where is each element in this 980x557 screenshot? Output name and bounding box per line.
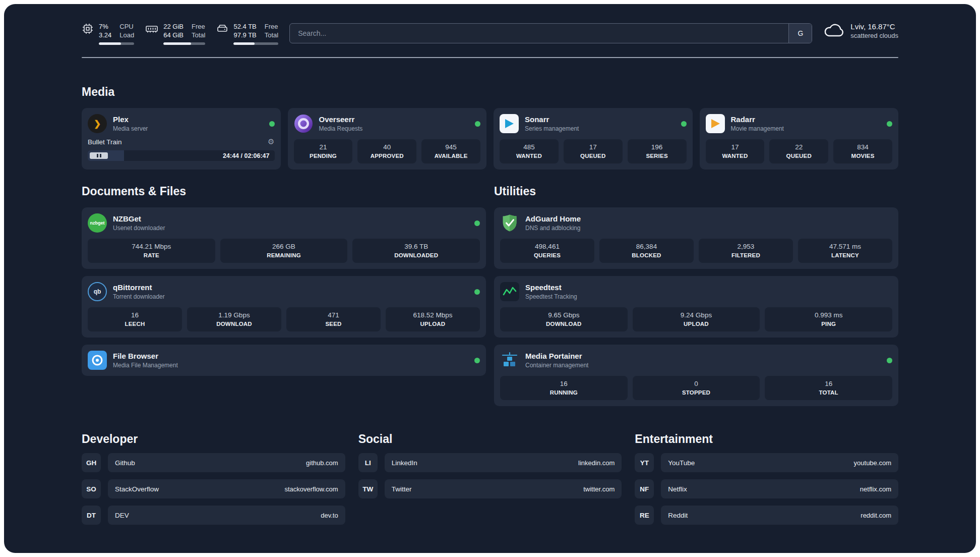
youtube-link[interactable]: YouTube youtube.com xyxy=(661,453,898,472)
app-subtitle: Usenet downloader xyxy=(113,225,468,232)
twitter-badge[interactable]: TW xyxy=(358,479,378,498)
app-subtitle: Container management xyxy=(525,362,881,369)
filebrowser-card[interactable]: File Browser Media File Management xyxy=(82,345,486,376)
overseerr-icon xyxy=(294,114,313,133)
linkedin-link[interactable]: LinkedIn linkedin.com xyxy=(385,453,622,472)
link-row-netflix: NF Netflix netflix.com xyxy=(635,479,898,498)
stat-rate: 744.21 MbpsRATE xyxy=(88,239,215,263)
pause-button[interactable] xyxy=(90,152,108,159)
disk-total-label: Total xyxy=(265,31,278,39)
app-name: Overseerr xyxy=(319,115,469,124)
section-title-media: Media xyxy=(82,85,898,99)
status-dot xyxy=(475,121,480,127)
cpu-usage-value: 7% xyxy=(99,22,111,31)
ram-free-value: 22 GiB xyxy=(163,22,183,31)
topbar: 7% 3.24 CPU Load xyxy=(82,4,898,45)
dev-badge[interactable]: DT xyxy=(82,506,101,525)
link-row-youtube: YT YouTube youtube.com xyxy=(635,453,898,472)
link-row-twitter: TW Twitter twitter.com xyxy=(358,479,622,498)
stat-queries: 498,461QUERIES xyxy=(500,239,594,263)
social-links-section: Social LI LinkedIn linkedin.com TW Twitt… xyxy=(358,432,622,525)
topbar-divider xyxy=(82,57,898,58)
section-title-developer: Developer xyxy=(82,432,345,446)
netflix-link[interactable]: Netflix netflix.com xyxy=(661,479,898,498)
status-dot xyxy=(474,358,480,363)
link-row-linkedin: LI LinkedIn linkedin.com xyxy=(358,453,622,472)
disk-monitor: 52.4 TB 97.9 TB Free Total xyxy=(216,22,278,45)
adguard-icon xyxy=(500,213,519,233)
qbittorrent-icon: qb xyxy=(88,282,107,301)
radarr-icon xyxy=(706,114,725,133)
linkedin-badge[interactable]: LI xyxy=(358,453,378,472)
entertainment-links-section: Entertainment YT YouTube youtube.com NF … xyxy=(635,432,898,525)
search-input[interactable] xyxy=(290,24,788,43)
stackoverflow-badge[interactable]: SO xyxy=(82,479,101,498)
stat-wanted: 485WANTED xyxy=(500,139,559,163)
disk-total-value: 97.9 TB xyxy=(233,31,256,39)
status-dot xyxy=(474,289,480,295)
app-subtitle: Movie management xyxy=(731,125,881,132)
cpu-load-label: Load xyxy=(119,31,134,39)
plex-card[interactable]: ❯ Plex Media server Bullet Train ⚙ xyxy=(82,108,281,170)
ram-total-label: Total xyxy=(192,31,205,39)
nzbget-icon: nzbget xyxy=(88,213,107,233)
stat-ping: 0.993 msPING xyxy=(765,307,892,331)
utilities-section: Utilities xyxy=(494,185,898,406)
ram-monitor: 22 GiB 64 GiB Free Total xyxy=(145,22,205,45)
cpu-icon xyxy=(82,23,94,45)
stackoverflow-link[interactable]: StackOverflow stackoverflow.com xyxy=(108,479,345,498)
stat-remaining: 266 GBREMAINING xyxy=(220,239,348,263)
cloud-icon xyxy=(823,22,844,39)
radarr-card[interactable]: Radarr Movie management 17WANTED 22QUEUE… xyxy=(700,108,899,170)
twitter-link[interactable]: Twitter twitter.com xyxy=(385,479,622,498)
app-name: NZBGet xyxy=(113,214,468,223)
status-dot xyxy=(887,358,892,363)
app-subtitle: Media Requests xyxy=(319,125,469,132)
plex-icon: ❯ xyxy=(88,114,107,133)
playback-time: 24:44 / 02:06:47 xyxy=(223,152,269,159)
stat-upload: 9.24 GbpsUPLOAD xyxy=(633,307,760,331)
nzbget-card[interactable]: nzbget NZBGet Usenet downloader 744.21 M… xyxy=(82,207,486,269)
stat-stopped: 0STOPPED xyxy=(633,376,760,400)
stat-download: 1.19 GbpsDOWNLOAD xyxy=(187,307,281,331)
weather-widget: Lviv, 16.87°C scattered clouds xyxy=(823,22,898,39)
stat-downloaded: 39.6 TBDOWNLOADED xyxy=(352,239,480,263)
documents-section: Documents & Files nzbget NZBGet Usenet d… xyxy=(82,185,486,376)
qbittorrent-card[interactable]: qb qBittorrent Torrent downloader 16LEEC… xyxy=(82,276,486,338)
stat-movies: 834MOVIES xyxy=(833,139,892,163)
sonarr-card[interactable]: Sonarr Series management 485WANTED 17QUE… xyxy=(494,108,693,170)
portainer-card[interactable]: Media Portainer Container management 16R… xyxy=(494,345,898,406)
disk-free-value: 52.4 TB xyxy=(233,22,256,31)
github-badge[interactable]: GH xyxy=(82,453,101,472)
status-dot xyxy=(269,121,275,127)
link-row-reddit: RE Reddit reddit.com xyxy=(635,506,898,525)
speedtest-card[interactable]: Speedtest Speedtest Tracking 9.65 GbpsDO… xyxy=(494,276,898,338)
link-row-github: GH Github github.com xyxy=(82,453,345,472)
cpu-monitor: 7% 3.24 CPU Load xyxy=(82,22,134,45)
ram-progress-bar xyxy=(163,42,205,45)
playback-progress-bar[interactable]: 24:44 / 02:06:47 xyxy=(88,150,275,161)
adguard-card[interactable]: AdGuard Home DNS and adblocking 498,461Q… xyxy=(494,207,898,269)
youtube-badge[interactable]: YT xyxy=(635,453,654,472)
app-subtitle: Media File Management xyxy=(113,362,468,369)
stat-queued: 17QUEUED xyxy=(564,139,623,163)
stat-upload: 618.52 MbpsUPLOAD xyxy=(386,307,480,331)
gear-icon[interactable]: ⚙ xyxy=(268,137,274,146)
speedtest-icon xyxy=(500,282,519,301)
status-dot xyxy=(681,121,687,127)
portainer-icon xyxy=(500,351,519,370)
stat-leech: 16LEECH xyxy=(88,307,182,331)
app-name: AdGuard Home xyxy=(525,214,892,223)
now-playing-title: Bullet Train xyxy=(88,138,268,146)
disk-free-label: Free xyxy=(265,22,278,31)
github-link[interactable]: Github github.com xyxy=(108,453,345,472)
search-engine-button[interactable]: G xyxy=(788,24,812,43)
app-name: qBittorrent xyxy=(113,283,468,292)
app-subtitle: Speedtest Tracking xyxy=(525,293,892,300)
reddit-badge[interactable]: RE xyxy=(635,506,654,525)
netflix-badge[interactable]: NF xyxy=(635,479,654,498)
overseerr-card[interactable]: Overseerr Media Requests 21PENDING 40APP… xyxy=(288,108,487,170)
dev-link[interactable]: DEV dev.to xyxy=(108,506,345,525)
stat-filtered: 2,953FILTERED xyxy=(699,239,793,263)
reddit-link[interactable]: Reddit reddit.com xyxy=(661,506,898,525)
